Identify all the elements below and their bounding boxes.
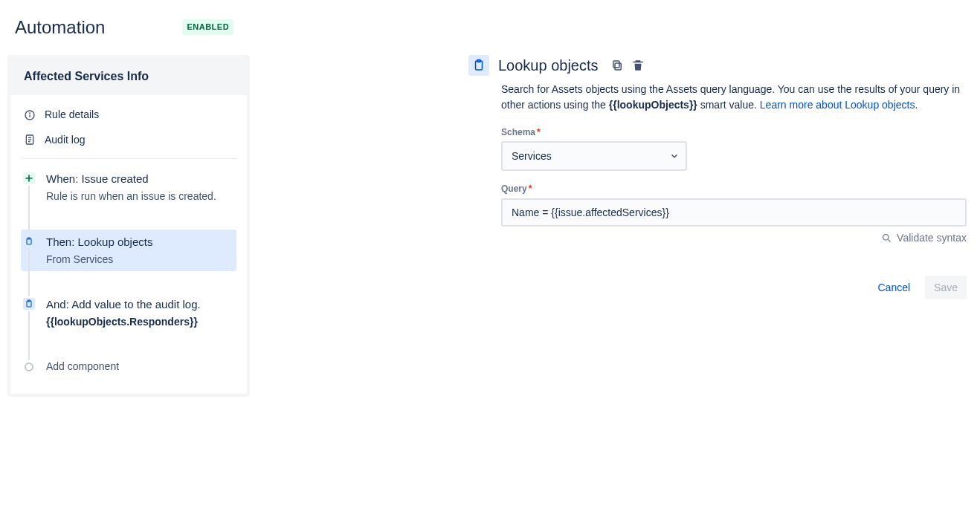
svg-point-2 [30, 113, 30, 114]
svg-rect-14 [613, 61, 619, 68]
clipboard-icon [23, 235, 35, 247]
delete-button[interactable] [631, 59, 645, 72]
save-button[interactable]: Save [925, 276, 967, 299]
log-icon [24, 134, 36, 146]
step-audit-smart-value: {{lookupObjects.Responders}} [46, 316, 198, 328]
svg-line-16 [888, 240, 890, 242]
detail-description: Search for Assets objects using the Asse… [501, 82, 967, 113]
schema-select[interactable] [501, 141, 687, 171]
add-circle-icon [25, 363, 33, 371]
clipboard-icon [23, 298, 35, 310]
add-component-button[interactable]: Add component [21, 355, 236, 382]
status-badge-enabled: ENABLED [182, 19, 233, 35]
step-trigger[interactable]: When: Issue created Rule is run when an … [21, 166, 236, 209]
validate-syntax-button[interactable]: Validate syntax [501, 231, 967, 246]
clipboard-icon [468, 55, 489, 76]
validate-syntax-label: Validate syntax [897, 231, 967, 246]
svg-point-15 [883, 235, 889, 241]
step-audit-title: And: Add value to the audit log. [46, 296, 228, 312]
search-icon [881, 233, 892, 244]
rule-name: Affected Services Info [10, 58, 247, 95]
rule-details-link[interactable]: Rule details [21, 103, 236, 128]
step-audit-log[interactable]: And: Add value to the audit log. {{looku… [21, 292, 236, 334]
rule-details-label: Rule details [45, 108, 99, 123]
step-trigger-title: When: Issue created [46, 171, 228, 186]
page-title: Automation [15, 15, 105, 40]
audit-log-link[interactable]: Audit log [21, 128, 236, 153]
copy-button[interactable] [610, 59, 624, 72]
query-input[interactable] [501, 198, 967, 227]
audit-log-label: Audit log [45, 133, 85, 148]
detail-title: Lookup objects [498, 55, 599, 76]
step-lookup-objects[interactable]: Then: Lookup objects From Services [21, 230, 236, 272]
cancel-button[interactable]: Cancel [868, 276, 919, 299]
detail-panel: Lookup objects Search for Assets objects… [468, 55, 967, 299]
svg-rect-13 [615, 63, 621, 70]
schema-label: Schema* [501, 126, 967, 139]
rule-card: Affected Services Info Rule details Audi… [7, 55, 250, 397]
step-lookup-subtitle: From Services [46, 253, 228, 267]
plus-icon [23, 172, 35, 184]
add-component-label: Add component [46, 360, 228, 374]
query-label: Query* [501, 183, 967, 195]
learn-more-link[interactable]: Learn more about Lookup objects [760, 99, 915, 111]
step-trigger-subtitle: Rule is run when an issue is created. [46, 189, 228, 204]
info-icon [24, 109, 36, 121]
step-lookup-title: Then: Lookup objects [46, 234, 228, 250]
